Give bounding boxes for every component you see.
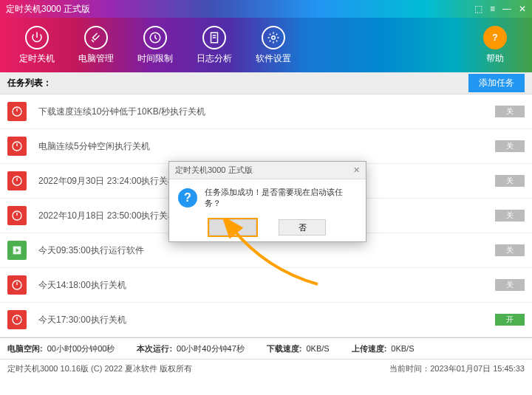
nav-item-0[interactable]: 定时关机 [7,26,66,65]
task-row[interactable]: 下载速度连续10分钟低于10KB/秒执行关机 关 [0,95,532,129]
dialog-title-text: 定时关机3000 正式版 [175,165,253,176]
no-button[interactable]: 否 [279,219,326,236]
power-icon [7,171,27,190]
window-controls: ⬚ ≡ — ✕ [474,4,526,14]
app-title: 定时关机3000 正式版 [6,3,90,16]
run-label: 本次运行: [137,343,172,354]
download-label: 下载速度: [267,343,302,354]
close-icon[interactable]: ✕ [519,4,526,14]
download-value: 0KB/S [306,344,329,353]
task-switch[interactable]: 关 [495,279,525,291]
svg-point-2 [272,35,276,39]
task-description: 下载速度连续10分钟低于10KB/秒执行关机 [38,106,489,118]
task-switch[interactable]: 开 [495,314,525,326]
dialog-titlebar[interactable]: 定时关机3000 正式版 ✕ [169,162,366,179]
nav-label: 软件设置 [256,52,291,65]
task-switch[interactable]: 关 [495,140,525,152]
nav-item-2[interactable]: 时间限制 [126,26,185,65]
nav-item-3[interactable]: 日志分析 [185,26,244,65]
gear-icon [262,26,285,49]
power-icon [7,137,27,156]
task-description: 今天14:18:00执行关机 [38,279,489,292]
question-icon: ? [178,188,197,207]
add-task-button[interactable]: 添加任务 [468,74,525,92]
navbar: 定时关机电脑管理时间限制日志分析软件设置 ? 帮助 [0,18,532,72]
minimize-icon[interactable]: — [502,4,511,14]
nav-label: 日志分析 [197,52,232,65]
task-description: 今天17:30:00执行关机 [38,314,489,326]
doc-icon [202,26,226,49]
power-icon [25,26,49,49]
task-row[interactable]: 今天14:18:00执行关机 关 [0,268,532,303]
confirm-dialog: 定时关机3000 正式版 ✕ ? 任务添加成功！是否需要现在启动该任务？ 是 否 [168,161,366,242]
nav-label: 时间限制 [137,52,173,65]
task-switch[interactable]: 关 [495,175,525,187]
upload-value: 0KB/S [391,344,414,353]
task-row[interactable]: 电脑连续5分钟空闲执行关机 关 [0,129,532,164]
titlebar[interactable]: 定时关机3000 正式版 ⬚ ≡ — ✕ [0,0,532,18]
footer-bar: 定时关机3000 10.16版 (C) 2022 夏冰软件 版权所有 当前时间：… [0,360,532,377]
idle-value: 00小时00分钟00秒 [47,343,115,354]
power-icon [7,310,27,329]
menu-icon[interactable]: ≡ [490,4,495,14]
help-icon: ? [483,26,507,49]
skin-icon[interactable]: ⬚ [474,4,482,14]
nav-item-4[interactable]: 软件设置 [244,26,303,65]
nav-label: 电脑管理 [78,52,114,65]
task-switch[interactable]: 关 [495,106,525,117]
upload-label: 上传速度: [352,343,387,354]
task-row[interactable]: 今天17:30:00执行关机 开 [0,303,532,337]
task-switch[interactable]: 关 [495,244,525,256]
run-icon [7,241,27,260]
dialog-close-icon[interactable]: ✕ [353,165,360,175]
tools-icon [84,26,108,49]
task-description: 今天09:35:00执行运行软件 [38,244,489,257]
nav-label: 帮助 [486,52,504,65]
task-description: 电脑连续5分钟空闲执行关机 [38,140,489,153]
nav-item-1[interactable]: 电脑管理 [66,26,126,65]
clock-icon [143,26,167,49]
idle-label: 电脑空闲: [7,343,43,354]
current-time: 当前时间：2023年01月07日 15:45:33 [389,363,525,374]
task-switch[interactable]: 关 [495,210,525,221]
task-header: 任务列表： 添加任务 [0,72,532,95]
status-bar: 电脑空闲: 00小时00分钟00秒 本次运行: 00小时40分钟47秒 下载速度… [0,337,532,360]
nav-help[interactable]: ? 帮助 [466,26,525,65]
power-icon [7,102,27,121]
dialog-message: 任务添加成功！是否需要现在启动该任务？ [205,187,357,209]
copyright: 定时关机3000 10.16版 (C) 2022 夏冰软件 版权所有 [7,363,192,374]
power-icon [7,275,27,295]
power-icon [7,206,27,225]
nav-label: 定时关机 [19,52,55,65]
run-value: 00小时40分钟47秒 [177,343,245,354]
task-list-label: 任务列表： [7,77,52,89]
yes-button[interactable]: 是 [209,219,256,236]
